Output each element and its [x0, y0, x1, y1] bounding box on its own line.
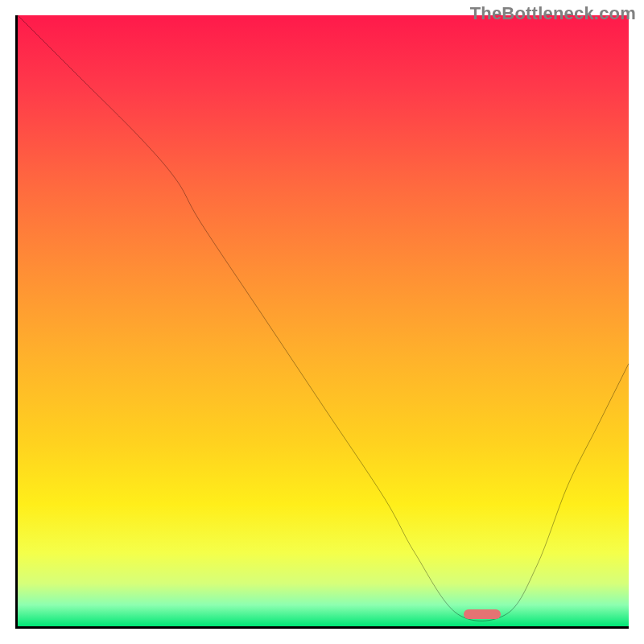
gradient-background	[18, 15, 629, 626]
watermark-label: TheBottleneck.com	[470, 3, 636, 24]
optimal-marker	[464, 609, 501, 619]
chart-canvas	[18, 15, 629, 626]
bottleneck-chart: TheBottleneck.com	[0, 0, 644, 644]
